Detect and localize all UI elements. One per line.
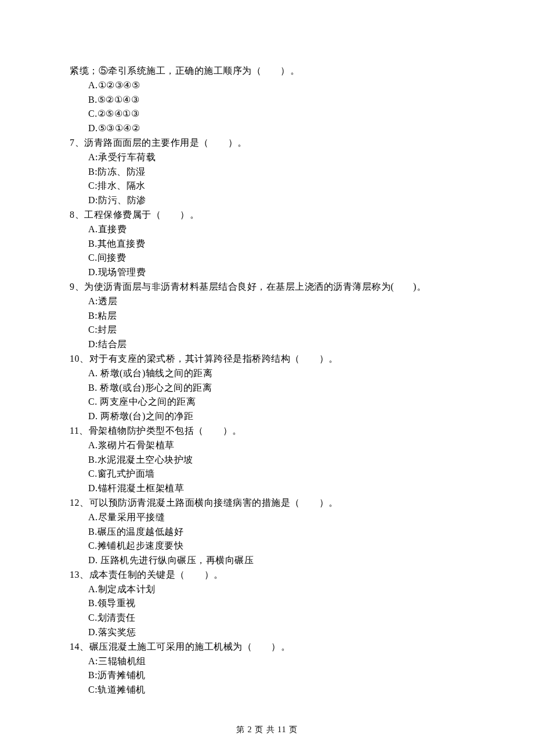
q11-option-c: C.窗孔式护面墙 bbox=[70, 467, 464, 481]
q8-option-d: D.现场管理费 bbox=[70, 265, 464, 280]
q14-option-b: B:沥青摊铺机 bbox=[70, 668, 464, 683]
q7-option-c: C:排水、隔水 bbox=[70, 179, 464, 193]
q6-stem-continuation: 紧缆；⑤牵引系统施工，正确的施工顺序为（ ）。 bbox=[70, 64, 464, 78]
q11-stem: 11、骨架植物防护类型不包括（ ）。 bbox=[70, 424, 464, 438]
q14-option-a: A:三辊轴机组 bbox=[70, 654, 464, 669]
q13-option-a: A.制定成本计划 bbox=[70, 582, 464, 597]
q13-option-d: D.落实奖惩 bbox=[70, 625, 464, 640]
q7-option-b: B:防冻、防湿 bbox=[70, 165, 464, 179]
q11-option-b: B.水泥混凝土空心块护坡 bbox=[70, 453, 464, 467]
q12-option-a: A.尽量采用平接缝 bbox=[70, 510, 464, 525]
q12-option-b: B.碾压的温度越低越好 bbox=[70, 525, 464, 539]
q11-option-a: A.浆砌片石骨架植草 bbox=[70, 438, 464, 453]
q12-option-d: D. 压路机先进行纵向碾压，再横向碾压 bbox=[70, 553, 464, 568]
q14-option-c: C:轨道摊铺机 bbox=[70, 683, 464, 697]
q7-option-a: A:承受行车荷载 bbox=[70, 150, 464, 165]
q8-option-a: A.直接费 bbox=[70, 222, 464, 237]
q6-option-c: C.②⑤④①③ bbox=[70, 107, 464, 121]
q6-option-a: A.①②③④⑤ bbox=[70, 78, 464, 93]
q13-option-c: C.划清责任 bbox=[70, 611, 464, 625]
q10-option-d: D. 两桥墩(台)之间的净距 bbox=[70, 409, 464, 424]
page-container: 紧缆；⑤牵引系统施工，正确的施工顺序为（ ）。 A.①②③④⑤ B.⑤②①④③ … bbox=[0, 0, 534, 756]
q6-option-b: B.⑤②①④③ bbox=[70, 93, 464, 107]
q10-option-c: C. 两支座中心之间的距离 bbox=[70, 395, 464, 409]
q8-option-b: B.其他直接费 bbox=[70, 237, 464, 251]
q7-stem: 7、沥青路面面层的主要作用是（ ）。 bbox=[70, 136, 464, 150]
page-footer: 第 2 页 共 11 页 bbox=[0, 723, 534, 736]
q9-option-a: A:透层 bbox=[70, 294, 464, 309]
q10-option-a: A. 桥墩(或台)轴线之间的距离 bbox=[70, 366, 464, 381]
q9-option-c: C:封层 bbox=[70, 323, 464, 337]
q9-option-b: B:粘层 bbox=[70, 309, 464, 323]
q13-option-b: B.领导重视 bbox=[70, 596, 464, 611]
q8-option-c: C.间接费 bbox=[70, 251, 464, 265]
q9-stem: 9、为使沥青面层与非沥青材料基层结合良好，在基层上浇洒的沥青薄层称为( )。 bbox=[70, 280, 464, 294]
q7-option-d: D:防污、防渗 bbox=[70, 193, 464, 208]
q10-stem: 10、对于有支座的梁式桥，其计算跨径是指桥跨结构（ ）。 bbox=[70, 352, 464, 366]
q11-option-d: D.锚杆混凝土框架植草 bbox=[70, 481, 464, 496]
q10-option-b: B. 桥墩(或台)形心之间的距离 bbox=[70, 381, 464, 395]
q8-stem: 8、工程保修费属于（ ）。 bbox=[70, 208, 464, 222]
q14-stem: 14、碾压混凝土施工可采用的施工机械为（ ）。 bbox=[70, 640, 464, 654]
q6-option-d: D.⑤③①④② bbox=[70, 121, 464, 136]
q9-option-d: D:结合层 bbox=[70, 337, 464, 352]
q13-stem: 13、成本责任制的关键是（ ）。 bbox=[70, 568, 464, 582]
q12-stem: 12、可以预防沥青混凝土路面横向接缝病害的措施是（ ）。 bbox=[70, 496, 464, 510]
q12-option-c: C.摊铺机起步速度要快 bbox=[70, 539, 464, 553]
